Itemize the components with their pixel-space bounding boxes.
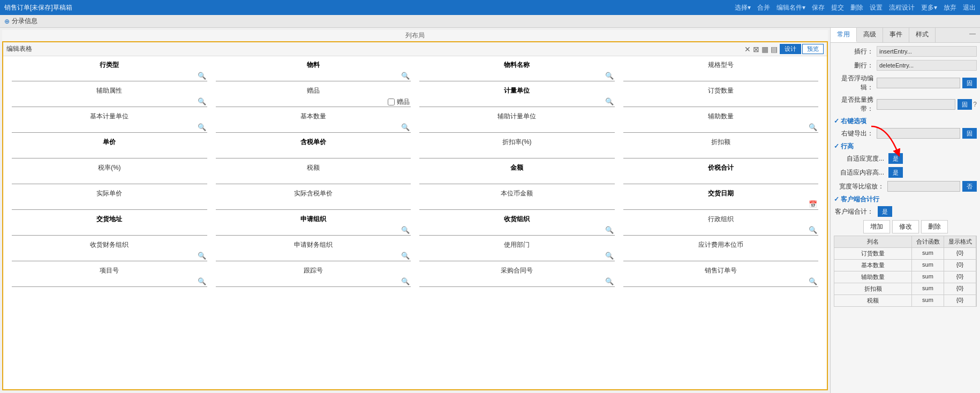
- prop-customer-total-btn[interactable]: 是: [878, 206, 892, 217]
- search-icon-aux-attr[interactable]: 🔍: [198, 97, 206, 105]
- field-input-recv-finance-org[interactable]: 🔍: [12, 251, 207, 261]
- field-input-aux-attr[interactable]: 🔍: [12, 96, 207, 107]
- modify-button[interactable]: 修改: [892, 220, 919, 233]
- nav-icon: ⊕: [4, 18, 10, 25]
- field-label-track-no: 跟踪号: [216, 266, 411, 275]
- field-input-discount-amount[interactable]: [623, 148, 819, 158]
- field-input-actual-tax-price[interactable]: [216, 199, 411, 210]
- prop-right-click-export-input[interactable]: [877, 128, 960, 139]
- search-icon[interactable]: 🔍: [198, 72, 206, 80]
- action-settings[interactable]: 设置: [870, 3, 883, 12]
- prop-float-edit-input[interactable]: [877, 78, 960, 88]
- action-merge[interactable]: 合并: [757, 3, 770, 12]
- field-input-total-tax[interactable]: [623, 173, 819, 184]
- field-input-amount[interactable]: [419, 173, 615, 184]
- calendar-icon[interactable]: 📅: [809, 200, 817, 208]
- search-icon-track-no[interactable]: 🔍: [401, 277, 410, 285]
- design-button[interactable]: 设计: [780, 44, 801, 54]
- action-submit[interactable]: 提交: [831, 3, 844, 12]
- search-icon-use-dept[interactable]: 🔍: [605, 252, 614, 260]
- remove-button[interactable]: 删除: [921, 220, 948, 233]
- search-icon-admin-org[interactable]: 🔍: [809, 226, 817, 234]
- field-input-base-unit[interactable]: 🔍: [12, 122, 207, 133]
- table-row[interactable]: 订货数量 sum {0}: [834, 248, 977, 260]
- field-input-aux-qty[interactable]: 🔍: [623, 122, 819, 133]
- field-input-material-name[interactable]: 🔍: [419, 71, 615, 81]
- field-input-unit-price[interactable]: [12, 148, 207, 158]
- add-button[interactable]: 增加: [863, 220, 890, 233]
- search-icon-apply-org[interactable]: 🔍: [401, 226, 410, 234]
- prop-ratio-input[interactable]: [887, 181, 960, 192]
- field-input-discount-rate[interactable]: [419, 148, 615, 158]
- tab-events[interactable]: 事件: [883, 28, 909, 42]
- field-input-apply-finance-org[interactable]: 🔍: [216, 251, 411, 261]
- search-icon-purchase-contract[interactable]: 🔍: [605, 277, 614, 285]
- action-delete[interactable]: 删除: [850, 3, 863, 12]
- field-input-purchase-contract[interactable]: 🔍: [419, 276, 615, 287]
- field-input-project-no[interactable]: 🔍: [12, 276, 207, 287]
- search-icon-unit[interactable]: 🔍: [605, 97, 614, 105]
- field-input-order-qty[interactable]: [623, 96, 819, 107]
- preview-button[interactable]: 预览: [802, 44, 824, 54]
- action-discard[interactable]: 放弃: [944, 3, 956, 12]
- search-icon-base-qty[interactable]: 🔍: [401, 123, 410, 131]
- field-input-spec[interactable]: [623, 71, 819, 81]
- field-input-apply-org[interactable]: 🔍: [216, 225, 411, 236]
- prop-adaptive-content-btn[interactable]: 是: [888, 167, 903, 178]
- field-input-material[interactable]: 🔍: [216, 71, 411, 81]
- tab-advanced[interactable]: 高级: [857, 28, 883, 42]
- search-icon-material[interactable]: 🔍: [401, 72, 410, 80]
- search-icon-project-no[interactable]: 🔍: [198, 277, 206, 285]
- tab-style[interactable]: 样式: [909, 28, 936, 42]
- field-input-accrued-cost[interactable]: [623, 251, 819, 261]
- field-input-actual-price[interactable]: [12, 199, 207, 210]
- action-edit[interactable]: 编辑名件▾: [777, 3, 805, 12]
- field-input-local-amount[interactable]: [419, 199, 615, 210]
- field-input-use-dept[interactable]: 🔍: [419, 251, 615, 261]
- prop-ratio-btn[interactable]: 否: [962, 181, 977, 192]
- close-icon[interactable]: ✕: [744, 45, 751, 54]
- gift-checkbox[interactable]: [388, 99, 395, 105]
- field-input-unit[interactable]: 🔍: [419, 96, 615, 107]
- prop-adaptive-width-btn[interactable]: 是: [888, 153, 903, 164]
- search-icon-recv-finance-org[interactable]: 🔍: [198, 252, 206, 260]
- help-icon[interactable]: ?: [973, 101, 977, 108]
- columns-icon[interactable]: ▤: [771, 45, 778, 54]
- search-icon-aux-qty[interactable]: 🔍: [809, 123, 817, 131]
- action-save[interactable]: 保存: [812, 3, 825, 12]
- search-icon-base-unit[interactable]: 🔍: [198, 123, 206, 131]
- action-more[interactable]: 更多▾: [921, 3, 937, 12]
- table-row[interactable]: 基本数量 sum {0}: [834, 260, 977, 271]
- field-input-tax-amount[interactable]: [216, 173, 411, 184]
- table-row[interactable]: 税额 sum {0}: [834, 295, 977, 307]
- field-input-delivery-date[interactable]: 📅: [623, 199, 819, 210]
- grid-icon[interactable]: ⊠: [753, 45, 759, 54]
- prop-batch-carry-input[interactable]: [877, 99, 955, 110]
- minimize-panel-button[interactable]: —: [965, 28, 980, 42]
- field-input-aux-unit[interactable]: [419, 122, 615, 133]
- prop-float-edit-btn[interactable]: 固: [962, 78, 977, 88]
- search-icon-material-name[interactable]: 🔍: [605, 72, 614, 80]
- tab-common[interactable]: 常用: [831, 28, 857, 42]
- prop-right-click-export-btn[interactable]: 固: [962, 128, 977, 139]
- table-row[interactable]: 辅助数量 sum {0}: [834, 271, 977, 283]
- field-input-recv-org[interactable]: 🔍: [419, 225, 615, 236]
- field-input-admin-org[interactable]: 🔍: [623, 225, 819, 236]
- prop-batch-carry-btn[interactable]: 固: [958, 99, 972, 110]
- field-input-base-qty[interactable]: 🔍: [216, 122, 411, 133]
- action-select[interactable]: 选择▾: [735, 3, 751, 12]
- field-input-delivery-addr[interactable]: [12, 225, 207, 236]
- search-icon-apply-finance-org[interactable]: 🔍: [401, 252, 410, 260]
- field-input-track-no[interactable]: 🔍: [216, 276, 411, 287]
- action-flow-design[interactable]: 流程设计: [889, 3, 915, 12]
- table-row[interactable]: 折扣额 sum {0}: [834, 283, 977, 295]
- table-icon[interactable]: ▦: [762, 45, 768, 54]
- field-input-tax-rate[interactable]: [12, 173, 207, 184]
- action-exit[interactable]: 退出: [963, 3, 976, 12]
- field-input-sales-order-no[interactable]: 🔍: [623, 276, 819, 287]
- field-input-tax-price[interactable]: [216, 148, 411, 158]
- field-material-name: 物料名称 🔍: [415, 58, 619, 84]
- field-input-row-type[interactable]: 🔍: [12, 71, 207, 81]
- search-icon-recv-org[interactable]: 🔍: [605, 226, 614, 234]
- search-icon-sales-order-no[interactable]: 🔍: [809, 277, 817, 285]
